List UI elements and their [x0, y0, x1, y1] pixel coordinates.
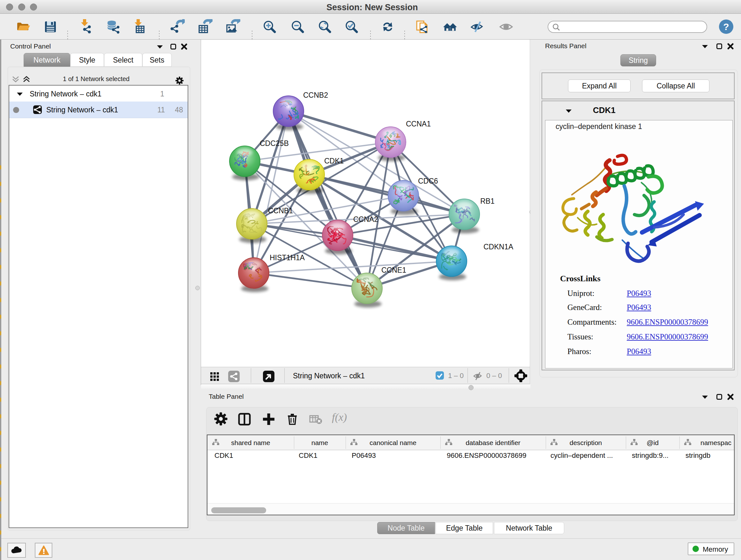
svg-text:CDC25B: CDC25B — [260, 139, 289, 147]
svg-text:CDK1: CDK1 — [324, 157, 344, 165]
svg-text:CCNB1: CCNB1 — [268, 206, 293, 215]
svg-text:CCNB2: CCNB2 — [303, 91, 328, 99]
svg-text:HIST1H1A: HIST1H1A — [270, 253, 305, 262]
svg-text:CCNE1: CCNE1 — [381, 266, 406, 274]
svg-text:CCNA1: CCNA1 — [406, 120, 431, 128]
svg-text:CDC6: CDC6 — [418, 177, 438, 185]
svg-text:CDKN1A: CDKN1A — [483, 243, 514, 251]
svg-text:CCNA2: CCNA2 — [353, 215, 378, 224]
svg-text:RB1: RB1 — [480, 197, 495, 205]
